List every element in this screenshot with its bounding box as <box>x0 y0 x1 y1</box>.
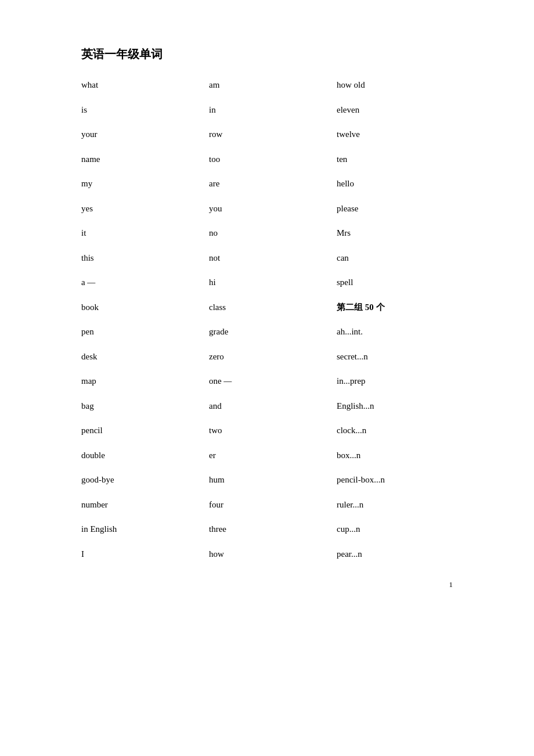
word-col1-row7: this <box>81 246 209 271</box>
word-col1-row1: is <box>81 98 209 123</box>
word-col2-row3: too <box>209 147 337 172</box>
word-col3-row19: pear...n <box>337 542 464 567</box>
word-col1-row18: in English <box>81 517 209 542</box>
word-col3-row8: spell <box>337 270 464 295</box>
word-col2-row7: not <box>209 246 337 271</box>
word-col1-row9: book <box>81 295 209 320</box>
word-col3-row5: please <box>337 196 464 221</box>
word-col2-row18: three <box>209 517 337 542</box>
word-col2-row17: four <box>209 492 337 517</box>
word-col2-row14: two <box>209 418 337 443</box>
word-col2-row9: class <box>209 295 337 320</box>
word-col2-row12: one <box>209 369 337 394</box>
word-col3-row2: twelve <box>337 122 464 147</box>
page-title: 英语一年级单词 <box>81 46 453 62</box>
word-col2-row10: grade <box>209 319 337 344</box>
word-col3-row4: hello <box>337 171 464 196</box>
word-col1-row4: my <box>81 171 209 196</box>
word-col2-row6: no <box>209 221 337 246</box>
word-col2-row8: hi <box>209 270 337 295</box>
word-col3-row6: Mrs <box>337 221 464 246</box>
word-col2-row0: am <box>209 73 337 98</box>
word-col3-row16: pencil-box...n <box>337 467 464 492</box>
word-col1-row0: what <box>81 73 209 98</box>
word-col2-row5: you <box>209 196 337 221</box>
word-col3-row14: clock...n <box>337 418 464 443</box>
word-col2-row2: row <box>209 122 337 147</box>
word-col2-row11: zero <box>209 344 337 369</box>
word-col1-row11: desk <box>81 344 209 369</box>
page: 英语一年级单词 whatamhow oldisinelevenyourrowtw… <box>0 0 534 613</box>
word-col3-row7: can <box>337 246 464 271</box>
word-col3-row1: eleven <box>337 98 464 123</box>
word-col2-row19: how <box>209 542 337 567</box>
page-number: 1 <box>449 580 453 589</box>
word-col3-row10: ah...int. <box>337 319 464 344</box>
word-col2-row16: hum <box>209 467 337 492</box>
word-col2-row4: are <box>209 171 337 196</box>
word-col1-row13: bag <box>81 394 209 419</box>
word-col1-row16: good-bye <box>81 467 209 492</box>
word-col1-row19: I <box>81 542 209 567</box>
word-col1-row14: pencil <box>81 418 209 443</box>
word-grid: whatamhow oldisinelevenyourrowtwelvename… <box>81 73 453 566</box>
word-col3-row15: box...n <box>337 443 464 468</box>
word-col1-row15: double <box>81 443 209 468</box>
word-col3-row9: 第二组 50 个 <box>337 295 464 320</box>
word-col1-row12: map <box>81 369 209 394</box>
word-col1-row5: yes <box>81 196 209 221</box>
word-col1-row3: name <box>81 147 209 172</box>
word-col1-row2: your <box>81 122 209 147</box>
word-col3-row18: cup...n <box>337 517 464 542</box>
word-col1-row10: pen <box>81 319 209 344</box>
word-col2-row15: er <box>209 443 337 468</box>
word-col3-row13: English...n <box>337 394 464 419</box>
word-col3-row11: secret...n <box>337 344 464 369</box>
word-col2-row13: and <box>209 394 337 419</box>
word-col2-row1: in <box>209 98 337 123</box>
word-col3-row12: in...prep <box>337 369 464 394</box>
word-col1-row8: a <box>81 270 209 295</box>
word-col1-row17: number <box>81 492 209 517</box>
word-col1-row6: it <box>81 221 209 246</box>
word-col3-row17: ruler...n <box>337 492 464 517</box>
word-col3-row3: ten <box>337 147 464 172</box>
word-col3-row0: how old <box>337 73 464 98</box>
